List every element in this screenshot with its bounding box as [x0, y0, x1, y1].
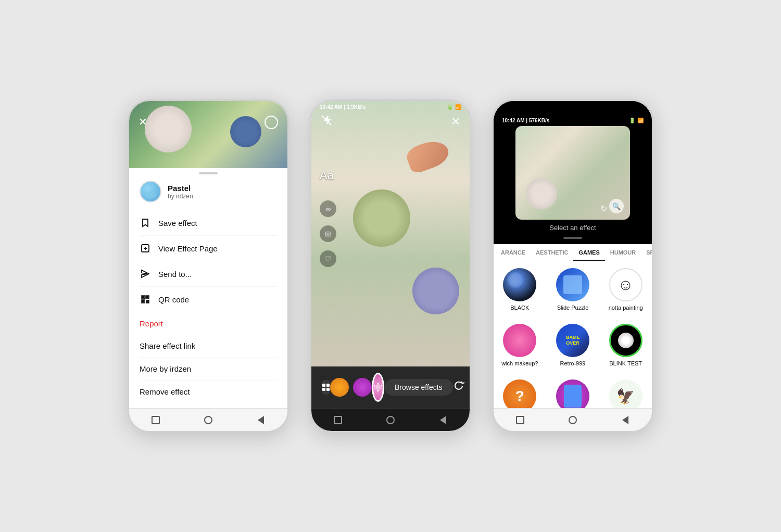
effect-avatar-black [503, 268, 536, 301]
food-salmon [404, 136, 452, 175]
effect-avatar-wich [503, 324, 536, 357]
status-icons: 🔋 📶 [447, 104, 461, 110]
menu-item-qr[interactable]: QR code [140, 287, 277, 312]
effect-retro[interactable]: Retro-999 [547, 316, 599, 372]
effect-avatar-rect [556, 379, 589, 408]
effect-black[interactable]: BLACK [494, 261, 546, 316]
share-label: Share effect link [140, 341, 195, 350]
scene: ✕ Pastel by irdzen [0, 0, 781, 532]
menu-item-save[interactable]: Save effect [140, 210, 277, 236]
menu-item-more[interactable]: More by irdzen [140, 358, 277, 381]
nav-back-btn[interactable] [254, 413, 268, 427]
effect-label-slide: Slide Puzzle [557, 305, 589, 311]
save-effect-label: Save effect [158, 219, 197, 227]
camera-left-controls: ∞ ⊞ ♡ [320, 200, 336, 267]
select-effect-label: Select an effect [549, 224, 596, 232]
nav-square-btn[interactable] [148, 413, 163, 427]
effect-wich[interactable]: wich makeup? [494, 316, 546, 372]
grid-icon[interactable]: ⊞ [320, 225, 336, 242]
menu-item-share[interactable]: Share effect link [140, 335, 277, 358]
status-icons-3: 🔋 📶 [629, 118, 644, 123]
battery-icon: 🔋 [447, 104, 453, 110]
menu-item-view-effect[interactable]: View Effect Page [140, 236, 277, 261]
svg-rect-7 [146, 300, 147, 301]
heart-icon[interactable]: ♡ [320, 250, 336, 267]
status-bar-3: 10:42 AM | 576KB/s 🔋 📶 [494, 115, 652, 126]
svg-rect-15 [326, 388, 330, 391]
nav-circle-btn-2[interactable] [383, 413, 398, 427]
camera-view: 10:42 AM | 1.9KB/s 🔋 📶 [311, 101, 470, 366]
svg-rect-8 [148, 300, 149, 301]
effect-avatar-notta [609, 268, 643, 301]
more-label: More by irdzen [140, 364, 191, 373]
effect-question[interactable] [494, 372, 546, 408]
close-icon[interactable]: ✕ [138, 116, 147, 129]
send-to-label: Send to... [158, 270, 192, 278]
grid-btn[interactable] [322, 380, 330, 395]
effects-tabs: ARANCE AESTHETIC GAMES HUMOUR SPECIAL E [494, 244, 652, 261]
phone-3-screen: 10:42 AM | 576KB/s 🔋 📶 🔍 ↻ Select an eff… [494, 101, 652, 408]
infinite-icon[interactable]: ∞ [320, 200, 336, 217]
menu-item-send[interactable]: Send to... [140, 261, 277, 287]
effect-pill-2[interactable] [353, 378, 372, 397]
qr-label: QR code [158, 295, 189, 304]
menu-item-report[interactable]: Report [140, 312, 277, 335]
status-time: 10:42 AM | 1.9KB/s [320, 104, 366, 110]
svg-rect-9 [146, 302, 147, 303]
effect-blink[interactable]: BLINK TEST [599, 316, 652, 372]
send-icon [140, 268, 151, 280]
effect-rect[interactable] [547, 372, 599, 408]
food-image-top: ✕ [129, 101, 287, 168]
report-label: Report [140, 319, 163, 328]
nav-square-btn-2[interactable] [331, 413, 345, 427]
effect-avatar-blink [609, 324, 643, 357]
text-tool-label[interactable]: Aa [320, 169, 334, 182]
user-name: Pastel [168, 184, 193, 193]
nav-back-btn-2[interactable] [436, 413, 450, 427]
browse-effects-btn[interactable]: Browse effects [384, 379, 453, 396]
shutter-button[interactable] [372, 373, 384, 402]
refresh-icon[interactable]: ↻ [600, 204, 607, 213]
tab-humour[interactable]: HUMOUR [605, 244, 641, 261]
effect-preview: 🔍 ↻ [515, 126, 630, 220]
effect-slide-puzzle[interactable]: Slide Puzzle [547, 261, 599, 316]
nav-bar-3 [494, 408, 652, 431]
nav-back-btn-3[interactable] [618, 413, 633, 427]
scan-icon[interactable]: 🔍 [609, 199, 624, 213]
rotate-btn[interactable] [453, 380, 464, 395]
nav-circle-btn-3[interactable] [565, 413, 580, 427]
browse-effects-label: Browse effects [395, 383, 443, 391]
phone-1-screen: ✕ Pastel by irdzen [129, 101, 287, 408]
nav-bar-1 [129, 408, 287, 431]
tab-special[interactable]: SPECIAL E [641, 244, 652, 261]
effects-grid: BLACK Slide Puzzle notta.painting wich m… [494, 261, 652, 408]
effect-avatar-slide [556, 268, 589, 301]
effect-avatar-bird [609, 379, 643, 408]
plus-square-icon [140, 243, 151, 254]
top-overlay-icons: ✕ [129, 116, 287, 129]
flash-icon[interactable] [321, 115, 335, 129]
nav-square-btn-3[interactable] [513, 413, 527, 427]
tab-games[interactable]: GAMES [573, 244, 604, 261]
tab-appearance[interactable]: ARANCE [496, 244, 531, 261]
effect-avatar-question [503, 379, 536, 408]
effect-pill-1[interactable] [330, 378, 349, 397]
effect-label-blink: BLINK TEST [609, 360, 642, 366]
svg-rect-13 [326, 384, 330, 387]
nav-circle-btn[interactable] [201, 413, 216, 427]
effect-notta[interactable]: notta.painting [599, 261, 652, 316]
tab-aesthetic[interactable]: AESTHETIC [531, 244, 573, 261]
effect-bird[interactable] [599, 372, 652, 408]
effect-label-retro: Retro-999 [560, 360, 586, 366]
svg-rect-12 [322, 384, 325, 387]
effect-label-wich: wich makeup? [501, 360, 538, 366]
effect-pills [330, 378, 372, 397]
close-camera-icon[interactable]: ✕ [451, 115, 460, 129]
food-bowl-center [353, 189, 410, 247]
camera-bottom-bar: Browse effects [311, 366, 470, 408]
svg-rect-4 [143, 297, 144, 298]
settings-circle-icon[interactable] [264, 116, 278, 129]
menu-item-remove[interactable]: Remove effect [140, 381, 277, 403]
phone-2: 10:42 AM | 1.9KB/s 🔋 📶 [310, 99, 471, 433]
bookmark-icon [140, 217, 151, 229]
